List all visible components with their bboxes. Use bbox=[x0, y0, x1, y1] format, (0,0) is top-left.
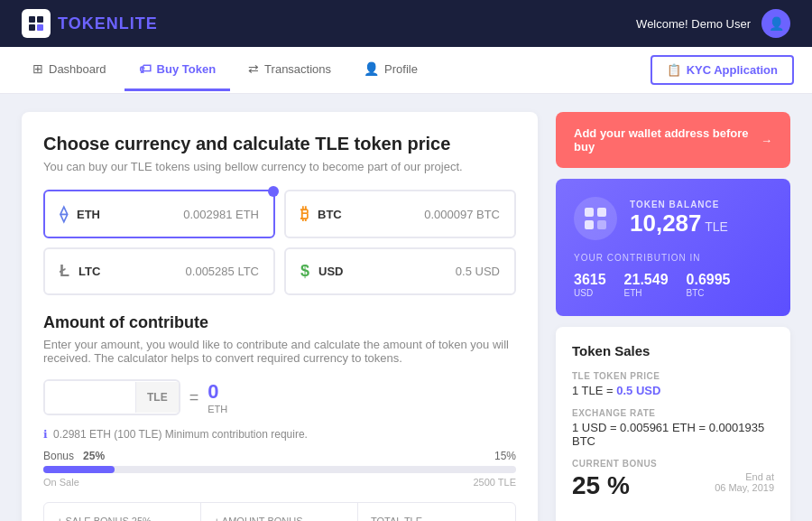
bonus-label: Bonus 25% bbox=[43, 450, 105, 462]
nav-item-profile[interactable]: 👤 Profile bbox=[349, 49, 432, 91]
svg-rect-3 bbox=[37, 24, 43, 31]
currency-ltc[interactable]: Ł LTC 0.005285 LTC bbox=[43, 247, 275, 295]
token-balance-value-row: 10,287 TLE bbox=[630, 209, 728, 237]
kyc-application-button[interactable]: 📋 KYC Application bbox=[651, 55, 794, 85]
amount-input-row: TLE = 0 ETH bbox=[43, 379, 516, 415]
svg-rect-1 bbox=[37, 16, 43, 23]
header: TOKENLITE Welcome! Demo User 👤 bbox=[0, 0, 812, 47]
exchange-rate-row: EXCHANGE RATE 1 USD = 0.005961 ETH = 0.0… bbox=[572, 408, 774, 448]
sale-bonus-label: + SALE BONUS 25% bbox=[57, 516, 188, 521]
tle-price-label: TLE TOKEN PRICE bbox=[572, 371, 774, 381]
nav-label-dashboard: Dashboard bbox=[49, 62, 106, 76]
currency-eth[interactable]: ⟠ ETH 0.002981 ETH bbox=[43, 190, 275, 238]
currency-grid: ⟠ ETH 0.002981 ETH ₿ BTC 0.000097 BTC Ł … bbox=[43, 190, 516, 295]
exchange-rate-value: 1 USD = 0.005961 ETH = 0.0001935 BTC bbox=[572, 421, 774, 448]
info-icon: ℹ bbox=[43, 428, 48, 441]
progress-sub: On Sale 2500 TLE bbox=[43, 477, 516, 488]
amount-input[interactable] bbox=[45, 381, 135, 414]
progress-bar-fill bbox=[43, 466, 115, 473]
token-sales-title: Token Sales bbox=[572, 343, 774, 358]
token-balance-card: TOKEN BALANCE 10,287 TLE YOUR CONTRIBUTI… bbox=[556, 179, 790, 316]
choose-currency-desc: You can buy our TLE tokens using bellow … bbox=[43, 160, 516, 173]
token-balance-unit: TLE bbox=[705, 219, 728, 234]
token-balance-label: TOKEN BALANCE bbox=[630, 200, 728, 209]
wallet-arrow-icon: → bbox=[761, 134, 772, 147]
currency-usd[interactable]: $ USD 0.5 USD bbox=[284, 247, 516, 295]
svg-rect-7 bbox=[597, 220, 606, 229]
token-sales-card: Token Sales TLE TOKEN PRICE 1 TLE = 0.5 … bbox=[556, 327, 790, 521]
total-tle: TOTAL TLE 0 bbox=[358, 503, 515, 521]
main-layout: Choose currency and calculate TLE token … bbox=[0, 94, 812, 521]
contrib-usd-value: 3615 bbox=[574, 272, 606, 288]
currency-btc[interactable]: ₿ BTC 0.000097 BTC bbox=[284, 190, 516, 238]
bonus-row: CURRENT BONUS 25 % End at 06 May, 2019 bbox=[572, 459, 774, 500]
kyc-icon: 📋 bbox=[667, 63, 681, 77]
nav-label-buy-token: Buy Token bbox=[157, 62, 217, 76]
token-logo bbox=[574, 197, 617, 240]
on-sale-value: 2500 TLE bbox=[473, 477, 516, 488]
logo: TOKENLITE bbox=[22, 9, 158, 38]
logo-icon bbox=[22, 9, 51, 38]
end-at: End at 06 May, 2019 bbox=[715, 471, 774, 493]
svg-rect-0 bbox=[29, 16, 35, 23]
svg-rect-5 bbox=[597, 208, 606, 217]
usd-value: 0.5 USD bbox=[456, 265, 500, 278]
nav-left: ⊞ Dashboard 🏷 Buy Token ⇄ Transactions 👤… bbox=[18, 49, 432, 91]
amount-bonus-label: + AMOUNT BONUS bbox=[214, 516, 345, 521]
right-column: Add your wallet address before buy → TOK… bbox=[556, 112, 790, 521]
exchange-rate-label: EXCHANGE RATE bbox=[572, 408, 774, 418]
progress-labels: Bonus 25% 15% bbox=[43, 450, 516, 462]
on-sale-label: On Sale bbox=[43, 477, 79, 488]
welcome-text: Welcome! Demo User bbox=[636, 17, 751, 31]
min-contribution-row: ℹ 0.2981 ETH (100 TLE) Minimum contribut… bbox=[43, 428, 516, 441]
usd-icon: $ bbox=[300, 262, 309, 281]
progress-right-label: 15% bbox=[494, 450, 516, 462]
contrib-btc: 0.6995 BTC bbox=[687, 272, 731, 298]
wallet-address-button[interactable]: Add your wallet address before buy → bbox=[556, 112, 790, 168]
contribution-label: YOUR CONTRIBUTION IN bbox=[574, 253, 772, 263]
progress-bar-bg bbox=[43, 466, 516, 473]
contribution-values: 3615 USD 21.549 ETH 0.6995 BTC bbox=[574, 272, 772, 298]
result-box: 0 ETH bbox=[208, 380, 227, 414]
contrib-eth-value: 21.549 bbox=[624, 272, 669, 288]
nav-label-profile: Profile bbox=[384, 62, 418, 76]
contrib-usd-unit: USD bbox=[574, 288, 606, 298]
amount-unit-label: TLE bbox=[135, 382, 179, 413]
contrib-btc-unit: BTC bbox=[687, 288, 731, 298]
total-amount-bonus: + AMOUNT BONUS 0 bbox=[201, 503, 358, 521]
nav-item-buy-token[interactable]: 🏷 Buy Token bbox=[125, 49, 231, 91]
currency-card: Choose currency and calculate TLE token … bbox=[22, 112, 538, 521]
tle-price-row: TLE TOKEN PRICE 1 TLE = 0.5 USD bbox=[572, 371, 774, 397]
token-balance-value: 10,287 bbox=[630, 209, 702, 237]
btc-value: 0.000097 BTC bbox=[424, 208, 500, 221]
amount-title: Amount of contribute bbox=[43, 313, 516, 332]
svg-rect-2 bbox=[29, 24, 35, 31]
wallet-btn-label: Add your wallet address before buy bbox=[574, 126, 761, 154]
svg-rect-4 bbox=[585, 208, 594, 217]
nav: ⊞ Dashboard 🏷 Buy Token ⇄ Transactions 👤… bbox=[0, 47, 812, 94]
logo-text-accent: LITE bbox=[119, 14, 158, 33]
svg-rect-6 bbox=[585, 220, 594, 229]
eth-value: 0.002981 ETH bbox=[183, 208, 259, 221]
left-column: Choose currency and calculate TLE token … bbox=[22, 112, 538, 521]
amount-input-wrapper: TLE bbox=[43, 379, 180, 415]
ltc-label: LTC bbox=[78, 265, 100, 278]
nav-item-dashboard[interactable]: ⊞ Dashboard bbox=[18, 49, 121, 91]
logo-text-normal: TOKEN bbox=[58, 14, 119, 33]
avatar[interactable]: 👤 bbox=[761, 9, 790, 38]
result-unit: ETH bbox=[208, 404, 227, 414]
kyc-label: KYC Application bbox=[687, 63, 778, 77]
token-balance-info: TOKEN BALANCE 10,287 TLE bbox=[630, 200, 728, 237]
nav-label-transactions: Transactions bbox=[264, 62, 331, 76]
totals-row: + SALE BONUS 25% 0 + AMOUNT BONUS 0 TOTA… bbox=[43, 502, 516, 521]
logo-text: TOKENLITE bbox=[58, 14, 158, 33]
profile-icon: 👤 bbox=[364, 61, 379, 76]
btc-icon: ₿ bbox=[300, 205, 309, 224]
total-sale-bonus: + SALE BONUS 25% 0 bbox=[44, 503, 201, 521]
contrib-eth-unit: ETH bbox=[624, 288, 669, 298]
token-balance-top: TOKEN BALANCE 10,287 TLE bbox=[574, 197, 772, 240]
header-right: Welcome! Demo User 👤 bbox=[636, 9, 790, 38]
nav-item-transactions[interactable]: ⇄ Transactions bbox=[234, 49, 346, 91]
contrib-usd: 3615 USD bbox=[574, 272, 606, 298]
buy-token-icon: 🏷 bbox=[139, 61, 152, 76]
